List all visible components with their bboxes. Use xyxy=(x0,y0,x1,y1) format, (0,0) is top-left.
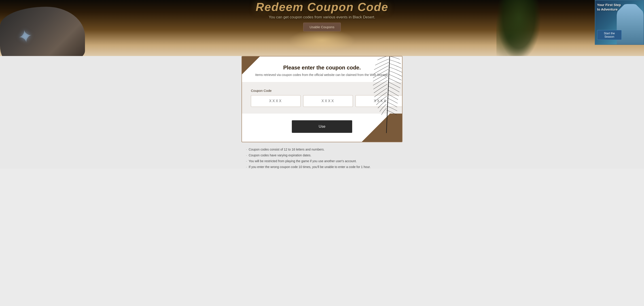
coupon-code-label: Coupon Code xyxy=(251,89,393,92)
note-4: If you enter the wrong coupon code 10 ti… xyxy=(246,165,398,169)
page-title-area: Redeem Coupon Code You can get coupon co… xyxy=(255,0,389,31)
note-2: Coupon codes have varying expiration dat… xyxy=(246,154,398,157)
main-content: Please enter the coupon code. Items retr… xyxy=(0,56,644,169)
page-subtitle: You can get coupon codes from various ev… xyxy=(255,15,389,20)
coupon-header: Please enter the coupon code. Items retr… xyxy=(242,56,402,82)
ad-start-button[interactable]: Start the Season xyxy=(597,30,622,40)
rock-decoration: ✦ xyxy=(0,0,94,61)
note-3: You will be restricted from playing the … xyxy=(246,159,398,163)
coupon-field-1[interactable] xyxy=(251,95,300,107)
notes-section: Coupon codes consist of 12 to 16 letters… xyxy=(242,148,402,169)
ad-title: Your First Step to Adventure xyxy=(597,3,624,12)
ad-banner: Your First Step to Adventure Start the S… xyxy=(595,0,644,45)
coupon-input-section: Coupon Code xyxy=(242,82,402,114)
coupon-field-3[interactable] xyxy=(356,95,402,107)
page-main-title: Redeem Coupon Code xyxy=(255,0,389,13)
use-coupon-button[interactable]: Use xyxy=(292,120,352,133)
coupon-description: Items retrieved via coupon codes from th… xyxy=(251,73,393,77)
sun-glow xyxy=(288,29,356,52)
note-1: Coupon codes consist of 12 to 16 letters… xyxy=(246,148,398,151)
coupon-field-2[interactable] xyxy=(303,95,353,107)
coupon-title: Please enter the coupon code. xyxy=(251,65,393,71)
usable-coupons-button[interactable]: Usable Coupons xyxy=(303,23,341,31)
coupon-wrapper: Please enter the coupon code. Items retr… xyxy=(238,56,406,169)
foliage-decoration xyxy=(496,0,541,61)
coupon-action: Use xyxy=(242,114,402,142)
hero-banner: ✦ Redeem Coupon Code You can get coupon … xyxy=(0,0,644,61)
coupon-box: Please enter the coupon code. Items retr… xyxy=(242,56,402,142)
rock-shape xyxy=(0,7,85,61)
coupon-fields xyxy=(251,95,393,107)
